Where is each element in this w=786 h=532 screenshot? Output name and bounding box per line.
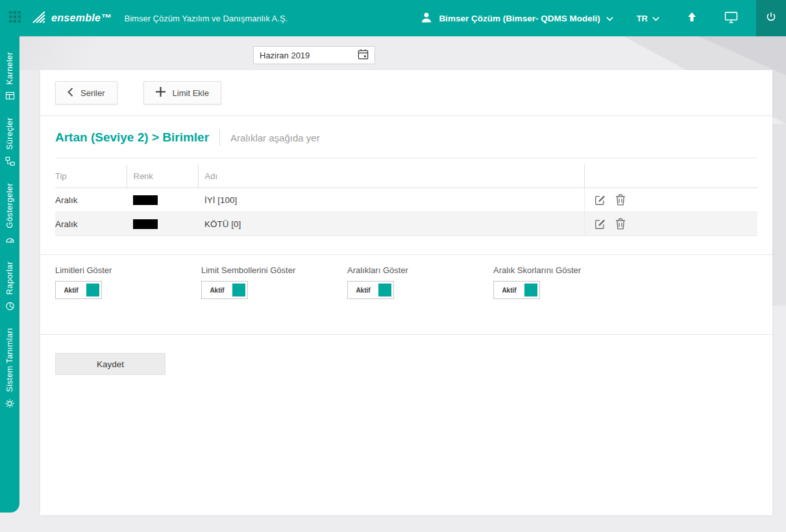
cell-renk <box>127 188 198 212</box>
cell-tip: Aralık <box>55 188 127 212</box>
page-subtitle: Aralıklar aşağıda yer <box>230 132 320 143</box>
upload-arrow-button[interactable] <box>687 12 697 25</box>
sidebar-item-label: Karneler <box>5 52 14 84</box>
gauge-icon <box>5 235 15 245</box>
toggle-group-aralik-skorlarini-goster: Aralık Skorlarını Göster Aktif <box>493 265 639 299</box>
back-to-series-button[interactable]: Seriler <box>55 81 117 104</box>
user-icon <box>420 11 433 26</box>
language-menu[interactable]: TR <box>637 14 659 23</box>
company-name: Bimser Çözüm Yazılım ve Danışmanlık A.Ş. <box>125 14 288 23</box>
cell-renk <box>127 212 198 236</box>
table-row: Aralık İYİ [100] <box>55 188 757 212</box>
power-button[interactable] <box>756 0 786 36</box>
background-pattern <box>19 36 136 70</box>
footer-actions: Kaydet <box>40 335 772 393</box>
toggle-label: Limit Sembollerini Göster <box>201 265 347 275</box>
back-button-label: Seriler <box>80 88 105 98</box>
date-value: Haziran 2019 <box>260 51 310 60</box>
column-header-renk: Renk <box>127 165 198 188</box>
sidebar-item-raporlar[interactable]: Raporlar <box>5 261 15 311</box>
toggle-knob <box>378 284 391 296</box>
app-launcher-button[interactable] <box>0 0 30 36</box>
toggle-label: Aralıkları Göster <box>347 265 493 275</box>
toggle-group-araliklari-goster: Aralıkları Göster Aktif <box>347 265 493 299</box>
add-button-label: Limit Ekle <box>173 88 209 98</box>
chevron-down-icon <box>652 14 659 23</box>
account-menu[interactable]: Bimser Çözüm (Bimser- QDMS Modeli) <box>420 11 613 26</box>
cell-adi: KÖTÜ [0] <box>198 212 584 236</box>
toggle-group-limit-sembollerini-goster: Limit Sembollerini Göster Aktif <box>201 265 347 299</box>
logo-text: ensemble™ <box>51 12 112 24</box>
toggle-state-label: Aktif <box>494 287 524 294</box>
toggle-state-label: Aktif <box>202 287 232 294</box>
color-swatch <box>133 195 158 205</box>
delete-button[interactable] <box>615 194 626 206</box>
content-card: Seriler Limit Ekle Artan (Seviye 2) > Bi… <box>40 70 772 515</box>
cell-actions <box>584 188 757 212</box>
display-options: Limitleri Göster Aktif Limit Sembollerin… <box>40 255 772 316</box>
power-icon <box>765 11 777 25</box>
save-button[interactable]: Kaydet <box>55 353 166 375</box>
toggle-switch-limitleri-goster[interactable]: Aktif <box>55 281 102 299</box>
sidebar-item-label: Sistem Tanımları <box>5 328 14 392</box>
cell-tip: Aralık <box>55 212 127 236</box>
chevron-left-icon <box>68 88 73 99</box>
sidebar-item-label: Raporlar <box>5 261 14 295</box>
calendar-icon[interactable] <box>358 49 369 62</box>
edit-button[interactable] <box>594 218 606 230</box>
account-name: Bimser Çözüm (Bimser- QDMS Modeli) <box>439 14 600 23</box>
color-swatch <box>133 219 158 229</box>
edit-button[interactable] <box>594 194 606 206</box>
column-header-tip: Tip <box>55 165 127 188</box>
toggle-knob <box>232 284 245 296</box>
gear-icon <box>5 398 15 409</box>
toggle-group-limitleri-goster: Limitleri Göster Aktif <box>55 265 201 299</box>
column-header-adi: Adı <box>198 165 584 188</box>
add-limit-button[interactable]: Limit Ekle <box>143 81 221 104</box>
toggle-state-label: Aktif <box>348 287 378 294</box>
background-pattern <box>772 124 786 306</box>
toggle-switch-aralik-skorlarini-goster[interactable]: Aktif <box>493 281 540 299</box>
plus-icon <box>156 87 166 99</box>
language-label: TR <box>637 14 648 23</box>
cell-adi: İYİ [100] <box>198 188 584 212</box>
toolbar: Seriler Limit Ekle <box>40 70 772 116</box>
sidebar-item-karneler[interactable]: Karneler <box>5 52 15 101</box>
column-header-actions <box>584 165 757 188</box>
scorecard-icon <box>5 91 15 101</box>
display-button[interactable] <box>724 11 738 26</box>
up-arrow-icon <box>687 12 697 25</box>
page-title: Artan (Seviye 2) > Birimler <box>55 130 209 145</box>
workspace-background: Karneler Süreçler Göstergeler <box>0 36 786 532</box>
table-header-row: Tip Renk Adı <box>55 165 757 188</box>
toggle-knob <box>524 284 537 296</box>
toggle-switch-limit-sembollerini-goster[interactable]: Aktif <box>201 281 248 299</box>
heading-row: Artan (Seviye 2) > Birimler Aralıklar aş… <box>40 116 772 146</box>
grid-icon <box>9 11 21 25</box>
chevron-down-icon <box>606 14 613 23</box>
toggle-label: Limitleri Göster <box>55 265 201 275</box>
cell-actions <box>584 212 757 236</box>
top-bar: ensemble™ Bimser Çözüm Yazılım ve Danışm… <box>0 0 786 36</box>
sidebar-item-label: Göstergeler <box>5 183 14 228</box>
screen: ensemble™ Bimser Çözüm Yazılım ve Danışm… <box>0 0 786 532</box>
process-flow-icon <box>5 156 15 166</box>
delete-button[interactable] <box>615 218 626 230</box>
sidebar-item-surecler[interactable]: Süreçler <box>5 117 15 166</box>
toggle-switch-araliklari-goster[interactable]: Aktif <box>347 281 394 299</box>
sidebar: Karneler Süreçler Göstergeler <box>0 36 19 513</box>
ensemble-logo-icon <box>31 9 47 27</box>
heading-divider <box>219 129 220 146</box>
toggle-label: Aralık Skorlarını Göster <box>493 265 639 275</box>
limits-table: Tip Renk Adı Aralık İYİ [100] <box>40 158 772 236</box>
table-row: Aralık KÖTÜ [0] <box>55 212 757 236</box>
sidebar-item-label: Süreçler <box>5 117 14 150</box>
sidebar-item-sistem-tanimlari[interactable]: Sistem Tanımları <box>5 328 15 409</box>
ensemble-logo: ensemble™ <box>31 9 112 27</box>
monitor-icon <box>724 11 738 26</box>
date-picker[interactable]: Haziran 2019 <box>253 46 375 64</box>
pie-chart-icon <box>5 301 15 311</box>
toggle-knob <box>86 284 99 296</box>
sidebar-item-gostergeler[interactable]: Göstergeler <box>5 183 15 245</box>
toggle-state-label: Aktif <box>56 287 86 294</box>
